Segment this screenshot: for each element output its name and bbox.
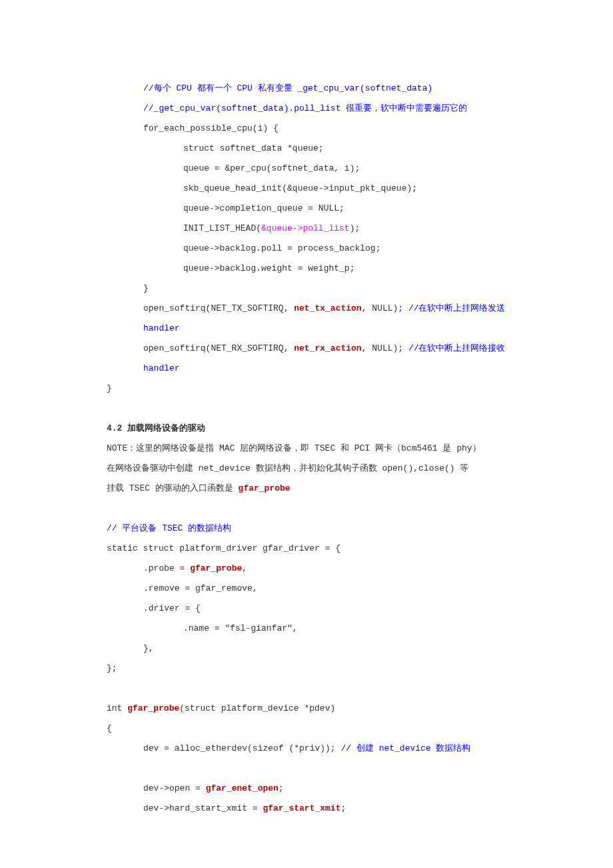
code-line: }; <box>107 659 513 679</box>
section-heading: 4.2 加载网络设备的驱动 <box>107 419 513 439</box>
code-text: ; <box>340 803 346 813</box>
code-line: static struct platform_driver gfar_drive… <box>107 539 513 559</box>
code-text: dev->open = <box>143 783 206 793</box>
code-line: int gfar_probe(struct platform_device *p… <box>107 699 513 719</box>
code-function: net_tx_action <box>294 303 361 313</box>
code-text: open_softirq(NET_TX_SOFTIRQ, <box>143 303 294 313</box>
code-line: struct softnet_data *queue; <box>107 139 513 159</box>
code-function: gfar_enet_open <box>206 783 279 793</box>
code-line: .probe = gfar_probe, <box>107 559 513 579</box>
code-comment: //每个 CPU 都有一个 CPU 私有变量 _get_cpu_var(soft… <box>107 79 513 99</box>
code-line: dev->open = gfar_enet_open; <box>107 779 513 799</box>
code-comment: // 创建 net_device 数据结构 <box>340 743 470 753</box>
code-line: } <box>107 279 513 299</box>
code-function: net_rx_action <box>294 343 361 353</box>
code-line: open_softirq(NET_TX_SOFTIRQ, net_tx_acti… <box>107 299 513 339</box>
code-line: .driver = { <box>107 599 513 619</box>
paragraph-line: 在网络设备驱动中创建 net_device 数据结构，并初始化其钩子函数 ope… <box>107 459 513 479</box>
code-line: queue->backlog.weight = weight_p; <box>107 259 513 279</box>
code-line: open_softirq(NET_RX_SOFTIRQ, net_rx_acti… <box>107 339 513 379</box>
code-text: int <box>107 703 127 713</box>
code-comment: //_get_cpu_var(softnet_data).poll_list 很… <box>107 99 513 119</box>
code-text: ; <box>279 783 284 793</box>
code-line: dev->hard_start_xmit = gfar_start_xmit; <box>107 799 513 819</box>
code-line: dev = alloc_etherdev(sizeof (*priv)); //… <box>107 739 513 759</box>
code-line: skb_queue_head_init(&queue->input_pkt_qu… <box>107 179 513 199</box>
code-text: , NULL); <box>362 303 408 313</box>
code-line: queue = &per_cpu(softnet_data, i); <box>107 159 513 179</box>
text: 挂载 TSEC 的驱动的入口函数是 <box>107 483 239 493</box>
code-comment: // 平台设备 TSEC 的数据结构 <box>107 519 513 539</box>
code-highlight: &queue->poll_list <box>261 223 350 233</box>
code-text: ); <box>350 223 360 233</box>
code-text: open_softirq(NET_RX_SOFTIRQ, <box>143 343 294 353</box>
code-text: INIT_LIST_HEAD( <box>183 223 261 233</box>
code-text: .probe = <box>143 563 190 573</box>
code-function: gfar_probe <box>190 563 242 573</box>
code-line: }, <box>107 639 513 659</box>
paragraph-line: NOTE：这里的网络设备是指 MAC 层的网络设备，即 TSEC 和 PCI 网… <box>107 439 513 459</box>
code-text: (struct platform_device *pdev) <box>179 703 335 713</box>
code-text: dev->hard_start_xmit = <box>143 803 263 813</box>
code-line: { <box>107 719 513 739</box>
code-line: for_each_possible_cpu(i) { <box>107 119 513 139</box>
code-line: queue->backlog.poll = process_backlog; <box>107 239 513 259</box>
paragraph-line: 挂载 TSEC 的驱动的入口函数是 gfar_probe <box>107 479 513 499</box>
code-line: .name = "fsl-gianfar", <box>107 619 513 639</box>
code-function: gfar_probe <box>127 703 179 713</box>
code-function: gfar_start_xmit <box>263 803 340 813</box>
code-text: , <box>242 563 247 573</box>
code-function: gfar_probe <box>239 483 291 493</box>
code-line: } <box>107 379 513 399</box>
code-line: queue->completion_queue = NULL; <box>107 199 513 219</box>
code-line: .remove = gfar_remove, <box>107 579 513 599</box>
document-page: //每个 CPU 都有一个 CPU 私有变量 _get_cpu_var(soft… <box>0 0 613 868</box>
code-line: INIT_LIST_HEAD(&queue->poll_list); <box>107 219 513 239</box>
code-text: dev = alloc_etherdev(sizeof (*priv)); <box>143 743 340 753</box>
code-text: , NULL); <box>362 343 408 353</box>
